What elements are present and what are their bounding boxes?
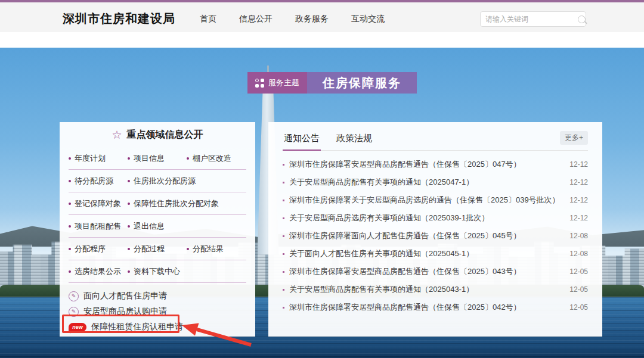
link-row: 选房结果公示 资料下载中心: [69, 260, 246, 283]
link-annual-plan[interactable]: 年度计划: [69, 153, 128, 164]
header-gap: [0, 32, 644, 48]
bullet-icon: [283, 164, 284, 166]
tab-notices[interactable]: 通知公告: [283, 133, 321, 150]
notice-row[interactable]: 深圳市住房保障署安居型商品房配售通告（住保售〔2025〕043号） 12-05: [283, 263, 588, 281]
notice-row[interactable]: 深圳市住房保障署安居型商品房配售通告（住保售〔2025〕042号） 12-05: [283, 298, 588, 316]
link-row: 项目配租配售 退出信息: [69, 215, 246, 238]
apply-talent-housing[interactable]: ✎ 面向人才配售住房申请: [69, 288, 246, 304]
bullet-icon: [283, 217, 284, 219]
link-row: 登记保障对象 保障性住房批次分配对象: [69, 192, 246, 215]
nav-item-info-disclosure[interactable]: 信息公开: [239, 14, 273, 24]
bullet-icon: [283, 307, 284, 309]
link-allocation-procedure[interactable]: 分配程序: [69, 244, 128, 254]
service-theme-label: 服务主题: [268, 77, 299, 88]
notice-row[interactable]: 关于面向人才配售住房有关事项的通知（2025045-1） 12-08: [283, 245, 588, 263]
tab-policies[interactable]: 政策法规: [335, 133, 373, 150]
notice-row[interactable]: 深圳市住房保障署关于安居型商品房选房的通告（住保售〔2025〕039号批次） 1…: [283, 191, 588, 209]
service-theme-title-box: 住房保障服务: [307, 72, 417, 94]
bullet-icon: [283, 289, 284, 291]
nav-item-home[interactable]: 首页: [200, 14, 216, 24]
search-box[interactable]: [480, 11, 586, 27]
notice-row[interactable]: 深圳市住房保障署面向人才配售住房通告（住保售〔2025〕045号） 12-08: [283, 227, 588, 245]
key-info-title-row: ☆ 重点领域信息公开: [60, 122, 255, 147]
site-title: 深圳市住房和建设局: [63, 11, 175, 27]
link-project-rent-sale[interactable]: 项目配租配售: [69, 221, 128, 232]
pen-icon: ✎: [69, 291, 79, 301]
link-selection-result[interactable]: 选房结果公示: [69, 266, 128, 277]
link-batch-targets[interactable]: 保障性住房批次分配对象: [128, 198, 219, 209]
notice-row[interactable]: 关于安居型商品房选房有关事项的通知（2025039-1批次） 12-12: [283, 209, 588, 227]
pen-icon: ✎: [69, 307, 79, 317]
bullet-icon: [283, 253, 284, 255]
apply-links: ✎ 面向人才配售住房申请 ✎ 安居型商品房认购申请 new 保障性租赁住房认租申…: [60, 283, 255, 335]
link-download-center[interactable]: 资料下载中心: [128, 266, 187, 277]
link-project-info[interactable]: 项目信息: [128, 153, 187, 164]
notice-list: 深圳市住房保障署安居型商品房配售通告（住保售〔2025〕047号） 12-12 …: [283, 151, 588, 316]
link-pending-housing[interactable]: 待分配房源: [69, 176, 128, 186]
key-info-panel: ☆ 重点领域信息公开 年度计划 项目信息 棚户区改造 待分配房源 住房批次分配房…: [60, 122, 255, 337]
page: 深圳市住房和建设局 首页 信息公开 政务服务 互动交流 服务主题 住房保障服务: [0, 0, 644, 358]
service-theme-badge: 服务主题 住房保障服务: [247, 72, 417, 94]
key-info-title: 重点领域信息公开: [127, 129, 203, 141]
apply-rental-housing[interactable]: new 保障性租赁住房认租申请: [69, 319, 246, 335]
more-button[interactable]: 更多+: [560, 131, 588, 145]
link-shantytown[interactable]: 棚户区改造: [187, 153, 246, 164]
bullet-icon: [283, 182, 284, 183]
notice-panel: 通知公告 政策法规 更多+ 深圳市住房保障署安居型商品房配售通告（住保售〔202…: [268, 122, 602, 337]
link-batch-housing[interactable]: 住房批次分配房源: [128, 176, 196, 186]
page-title: 住房保障服务: [323, 75, 401, 91]
link-exit-info[interactable]: 退出信息: [128, 221, 187, 232]
nav-item-interaction[interactable]: 互动交流: [351, 14, 385, 24]
link-registered-targets[interactable]: 登记保障对象: [69, 198, 128, 209]
apply-affordable-housing[interactable]: ✎ 安居型商品房认购申请: [69, 304, 246, 319]
link-allocation-result[interactable]: 分配结果: [187, 244, 246, 254]
bullet-icon: [283, 271, 284, 273]
bullet-icon: [283, 235, 284, 237]
link-row: 年度计划 项目信息 棚户区改造: [69, 147, 246, 170]
notice-tabs: 通知公告 政策法规 更多+: [283, 122, 588, 151]
link-allocation-process[interactable]: 分配过程: [128, 244, 187, 254]
link-row: 分配程序 分配过程 分配结果: [69, 238, 246, 260]
search-icon[interactable]: [578, 15, 586, 23]
link-row: 待分配房源 住房批次分配房源: [69, 170, 246, 192]
notice-row[interactable]: 关于安居型商品房配售有关事项的通知（2025043-1） 12-05: [283, 281, 588, 298]
header: 深圳市住房和建设局 首页 信息公开 政务服务 互动交流: [0, 2, 644, 32]
grid-icon: [255, 79, 264, 88]
bullet-icon: [283, 200, 284, 201]
main-nav: 首页 信息公开 政务服务 互动交流: [200, 14, 385, 24]
nav-item-gov-services[interactable]: 政务服务: [295, 14, 329, 24]
notice-row[interactable]: 关于安居型商品房配售有关事项的通知（2025047-1） 12-12: [283, 173, 588, 191]
notice-row[interactable]: 深圳市住房保障署安居型商品房配售通告（住保售〔2025〕047号） 12-12: [283, 155, 588, 173]
new-badge: new: [69, 323, 86, 332]
search-input[interactable]: [485, 15, 578, 23]
service-theme-tag: 服务主题: [247, 72, 307, 94]
star-icon: ☆: [112, 129, 122, 141]
